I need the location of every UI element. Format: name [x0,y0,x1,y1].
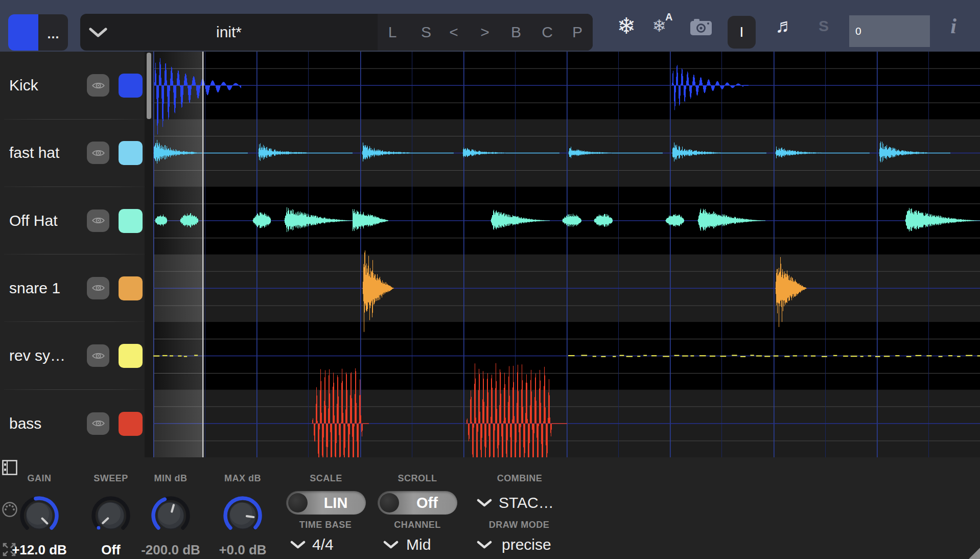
visibility-toggle-button[interactable] [87,277,109,299]
selected-track-color-button[interactable] [8,14,38,51]
preset-action-prev[interactable]: < [438,14,469,51]
combine-label: COMBINE [497,473,543,484]
track-list-sidebar: Kickfast hatOff Hatsnare 1rev sy…bass [0,52,153,457]
track-row[interactable]: Off Hat [0,187,145,254]
more-options-button[interactable]: … [38,14,68,51]
track-color-swatch[interactable] [119,141,143,165]
chevron-down-icon[interactable] [477,499,492,507]
track-label: bass [9,390,41,457]
info-icon[interactable]: i [939,0,968,52]
preset-bar: init* LS<>BCP [80,14,593,51]
preset-action-paste[interactable]: P [562,14,593,51]
track-label: rev sy… [9,322,65,389]
eye-icon [91,281,105,295]
chevron-down-icon[interactable] [477,541,492,549]
eye-icon [91,416,105,430]
sweep-knob[interactable] [89,494,132,537]
channel-dropdown[interactable]: Mid [406,536,431,553]
max-db-knob[interactable] [221,494,264,537]
track-label: fast hat [9,119,59,187]
chevron-down-icon[interactable] [290,541,306,549]
musical-notes-icon[interactable]: ♬ [771,0,799,52]
preset-action-load[interactable]: L [377,14,408,51]
track-row[interactable]: rev sy… [0,322,145,389]
channel-label: CHANNEL [394,520,441,530]
draw-mode-dropdown[interactable]: precise [502,536,551,553]
snowflake-icon: ❄ [652,16,666,36]
gain-knob[interactable] [18,494,61,537]
track-row[interactable]: bass [0,390,145,457]
toggle-knob [380,493,399,513]
midi-icon[interactable] [1,501,18,518]
toggle-knob [288,493,308,513]
track-label: snare 1 [9,254,60,322]
scale-value: LIN [308,491,364,515]
top-toolbar: … init* LS<>BCP ❄ ❄ A I ♬ S 0 i [0,0,980,52]
scroll-value: Off [399,491,455,515]
auto-superscript: A [665,11,672,23]
plugin-window: … init* LS<>BCP ❄ ❄ A I ♬ S 0 i [0,0,980,559]
track-color-swatch[interactable] [119,276,143,300]
track-color-swatch[interactable] [119,74,143,98]
visibility-toggle-button[interactable] [87,412,109,435]
input-mode-button[interactable]: I [728,16,756,49]
sweep-value: Off [101,542,121,558]
preset-action-save[interactable]: S [411,14,441,51]
selected-track-color-group: … [8,14,68,51]
chevron-down-icon[interactable] [383,541,399,549]
max-db-value: +0.0 dB [219,542,266,558]
auto-freeze-icon[interactable]: ❄ A [645,0,673,52]
sweep-label: SWEEP [94,473,128,484]
scope-canvas [153,52,980,457]
counter-input[interactable]: 0 [849,15,930,47]
track-row[interactable]: fast hat [0,119,145,187]
eye-icon [91,79,105,92]
min-db-value: -200.0 dB [141,542,200,558]
track-label: Kick [9,52,38,119]
combine-dropdown[interactable]: STAC… [499,494,554,511]
bottom-control-panel: SC GAIN SWEEP MIN dB MAX dB +12.0 dB Off… [0,457,980,559]
track-color-swatch[interactable] [119,344,143,368]
scale-toggle[interactable]: LIN [286,491,366,515]
preset-action-next[interactable]: > [470,14,500,51]
min-db-label: MIN dB [154,473,188,484]
draw-mode-label: DRAW MODE [489,520,550,530]
camera-snapshot-icon[interactable] [690,18,712,36]
track-row[interactable]: Kick [0,52,145,119]
gain-label: GAIN [28,473,52,484]
visibility-toggle-button[interactable] [87,74,109,97]
track-color-swatch[interactable] [119,412,143,436]
track-color-swatch[interactable] [119,209,143,233]
sync-button[interactable]: S [811,0,836,52]
preset-action-copy[interactable]: C [532,14,563,51]
eye-icon [91,349,105,363]
time-base-dropdown[interactable]: 4/4 [312,536,334,553]
visibility-toggle-button[interactable] [87,142,109,164]
preset-action-bank[interactable]: B [501,14,531,51]
preset-name-dropdown[interactable]: init* [80,14,378,51]
max-db-label: MAX dB [224,473,261,484]
eye-icon [91,146,105,160]
visibility-toggle-button[interactable] [87,344,109,367]
scroll-label: SCROLL [398,473,437,484]
gain-value: +12.0 dB [12,542,67,558]
min-db-knob[interactable] [149,494,192,537]
track-label: Off Hat [9,187,57,254]
visibility-toggle-button[interactable] [87,209,109,232]
scroll-toggle[interactable]: Off [378,491,457,515]
track-row[interactable]: snare 1 [0,254,145,322]
track-list-scrollbar[interactable] [147,53,151,119]
resize-handle[interactable] [969,548,980,559]
eye-icon [91,214,105,227]
freeze-icon[interactable]: ❄ [612,0,641,52]
time-base-label: TIME BASE [299,520,352,530]
film-strip-icon[interactable] [2,460,17,475]
scale-label: SCALE [310,473,342,484]
